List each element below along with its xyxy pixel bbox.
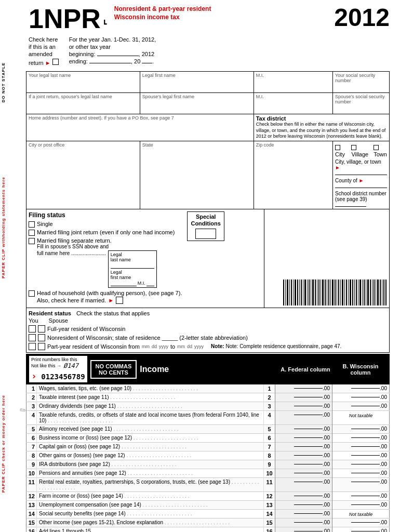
federal-amount[interactable] <box>294 455 323 456</box>
mi-field[interactable] <box>256 78 330 86</box>
row-number: 4 <box>26 411 37 425</box>
village-checkbox[interactable] <box>351 145 356 150</box>
federal-amount[interactable] <box>294 446 323 447</box>
wisconsin-amount[interactable] <box>351 406 380 406</box>
svg-rect-19 <box>321 280 321 305</box>
federal-amount[interactable] <box>294 415 323 415</box>
wisconsin-amount[interactable] <box>351 522 380 523</box>
you-nonresident-checkbox[interactable] <box>29 334 36 341</box>
wisconsin-amount[interactable] <box>351 397 380 397</box>
federal-amount[interactable] <box>294 429 323 429</box>
state-field[interactable] <box>142 148 251 156</box>
federal-amount[interactable] <box>294 504 323 505</box>
federal-amount-cell: .00 <box>275 518 332 527</box>
spouse-last-field[interactable] <box>29 99 138 108</box>
wisconsin-amount[interactable] <box>351 429 380 429</box>
barcode <box>283 280 387 305</box>
row-desc: Rental real estate, royalties, partnersh… <box>37 478 264 492</box>
wisconsin-amount[interactable] <box>351 388 380 389</box>
wisconsin-amount[interactable] <box>351 464 380 464</box>
table-row: 8 Other gains or (losses) (see page 12) … <box>26 451 390 460</box>
spouse-ssn-field[interactable] <box>335 104 387 113</box>
you-partyear-checkbox[interactable] <box>29 343 36 350</box>
table-row: 14 Social security benefits (see page 14… <box>26 510 390 518</box>
federal-amount[interactable] <box>294 522 323 523</box>
wisconsin-amount-cell: .00 <box>332 492 390 501</box>
svg-rect-11 <box>304 280 306 305</box>
federal-amount[interactable] <box>294 473 323 473</box>
last-name-field[interactable] <box>29 78 138 86</box>
spouse-mi-field[interactable] <box>256 99 330 108</box>
wisconsin-amount[interactable] <box>351 446 380 447</box>
federal-amount[interactable] <box>294 388 323 389</box>
wisconsin-amount[interactable] <box>351 455 380 456</box>
spouse-first-field[interactable] <box>142 99 251 108</box>
special-conditions-field[interactable] <box>195 229 216 239</box>
wisconsin-amount-cell: .00 <box>332 460 390 469</box>
city-field[interactable] <box>29 148 138 156</box>
spouse-legal-last-field[interactable] <box>111 262 154 269</box>
hoh-married-checkbox[interactable] <box>116 297 123 304</box>
federal-amount[interactable] <box>294 397 323 397</box>
spouse-partyear-checkbox[interactable] <box>38 343 45 350</box>
svg-rect-38 <box>358 280 358 305</box>
married-joint-checkbox[interactable] <box>29 230 35 236</box>
row-number: 9 <box>26 460 37 469</box>
table-row: 11 Rental real estate, royalties, partne… <box>26 478 390 492</box>
row-number: 3 <box>26 402 37 411</box>
amended-return-checkbox[interactable] <box>52 59 59 65</box>
wisconsin-amount[interactable] <box>351 531 380 531</box>
federal-amount[interactable] <box>294 482 323 482</box>
row-desc: Social security benefits (see page 14) .… <box>37 510 264 518</box>
svg-rect-28 <box>338 280 339 305</box>
tax-year: 2012 <box>334 5 390 30</box>
svg-rect-40 <box>362 280 363 305</box>
form-number: 1NPR ┗ <box>29 5 106 32</box>
city-checkbox[interactable] <box>335 145 340 150</box>
wisconsin-amount[interactable] <box>351 504 380 505</box>
row-line-num: 15 <box>264 518 275 527</box>
tax-district-desc: Check below then fill in either the name… <box>256 122 387 140</box>
federal-amount[interactable] <box>294 531 323 531</box>
federal-amount[interactable] <box>294 406 323 406</box>
filing-status-married-joint: Married filing joint return (even if onl… <box>29 229 182 236</box>
svg-rect-18 <box>318 280 319 305</box>
federal-amount[interactable] <box>294 437 323 438</box>
zip-field[interactable] <box>256 148 330 156</box>
filing-status-container: Filing status Single Married filing join… <box>26 209 390 308</box>
spouse-full-year-checkbox[interactable] <box>38 325 45 332</box>
svg-rect-8 <box>299 280 300 305</box>
svg-rect-43 <box>367 280 369 305</box>
wisconsin-amount[interactable] <box>351 482 380 482</box>
paper-clip-bottom-label: PAPER CLIP check or money order here <box>1 395 6 493</box>
federal-amount-cell: .00 <box>275 402 332 411</box>
personal-info-table: Your legal last name Legal first name M.… <box>26 71 390 209</box>
svg-rect-41 <box>364 280 365 305</box>
address-field[interactable] <box>29 121 251 129</box>
spouse-nonresident-checkbox[interactable] <box>38 334 45 341</box>
town-checkbox[interactable] <box>374 145 379 150</box>
svg-rect-4 <box>291 280 292 305</box>
married-sep-checkbox[interactable] <box>29 238 35 244</box>
spouse-mi-field2[interactable] <box>146 280 154 286</box>
wisconsin-amount[interactable] <box>351 496 380 496</box>
address-label: Home address (number and street). If you… <box>29 115 251 121</box>
wisconsin-amount[interactable] <box>351 473 380 473</box>
wisconsin-amount-cell: .00 <box>332 501 390 510</box>
federal-amount[interactable] <box>294 513 323 514</box>
row-line-num: 13 <box>264 501 275 510</box>
row-line-num: 4 <box>264 411 275 425</box>
federal-amount-cell: .00 <box>275 451 332 460</box>
ssn-field[interactable] <box>335 83 387 91</box>
svg-rect-26 <box>335 280 336 305</box>
first-name-field[interactable] <box>142 78 251 86</box>
federal-amount[interactable] <box>294 464 323 464</box>
wisconsin-amount[interactable] <box>351 437 380 438</box>
single-checkbox[interactable] <box>29 221 35 228</box>
hoh-checkbox[interactable] <box>29 290 35 297</box>
special-conditions-box: SpecialConditions <box>187 211 224 241</box>
you-full-year-checkbox[interactable] <box>29 325 36 332</box>
table-row: 12 Farm income or (loss) (see page 14) .… <box>26 492 390 501</box>
spouse-legal-first-field[interactable] <box>111 280 137 286</box>
federal-amount[interactable] <box>294 496 323 496</box>
